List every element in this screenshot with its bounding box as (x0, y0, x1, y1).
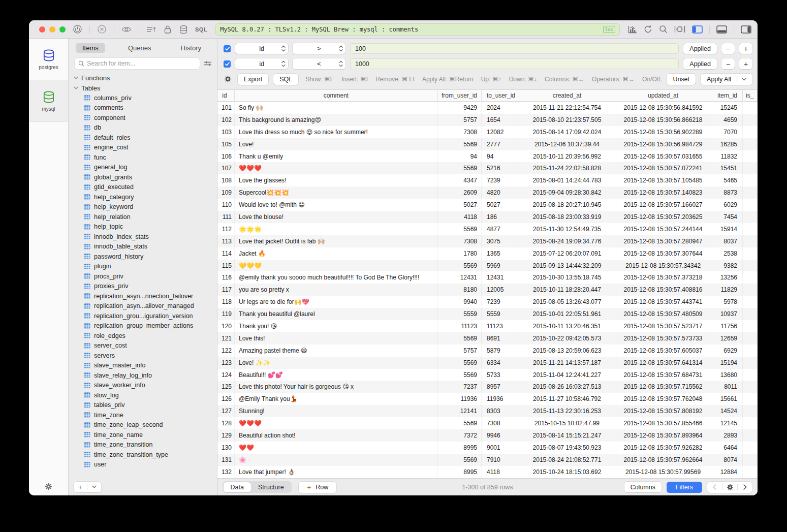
cell-is[interactable] (743, 211, 758, 223)
tree-item-table[interactable]: time_zone_transition_type (69, 450, 217, 460)
cell-from-user-id[interactable]: 5569 (438, 260, 482, 272)
cell-updated-at[interactable]: 2015-12-08 15:30:57.762048 (616, 393, 710, 405)
cell-id[interactable]: 131 (217, 454, 235, 466)
tree-item-table[interactable]: replication_asyn...ailover_managed (69, 301, 217, 311)
cell-is[interactable] (743, 126, 758, 138)
previous-page-button[interactable] (707, 482, 722, 493)
cell-created-at[interactable]: 2015-08-01 14:24:44.783 (518, 174, 616, 186)
cell-to-user-id[interactable]: 7239 (482, 174, 518, 186)
tree-item-table[interactable]: comments (69, 103, 217, 113)
cell-id[interactable]: 108 (217, 174, 235, 186)
cell-comment[interactable]: Stunning! (235, 405, 438, 417)
cell-id[interactable]: 119 (217, 308, 235, 320)
cell-created-at[interactable]: 2015-08-26 16:03:27.513 (518, 381, 616, 393)
cell-from-user-id[interactable]: 8995 (438, 442, 482, 454)
cell-to-user-id[interactable]: 2024 (482, 102, 518, 114)
cell-updated-at[interactable]: 2015-12-08 15:30:56.984729 (616, 138, 710, 150)
cell-updated-at[interactable]: 2015-12-08 15:30:57.641314 (616, 357, 710, 369)
search-input[interactable] (87, 60, 196, 67)
cell-updated-at[interactable]: 2015-12-08 15:30:56.866218 (616, 114, 710, 126)
close-window-button[interactable] (39, 26, 45, 33)
tree-item-table[interactable]: gtid_executed (69, 182, 217, 193)
table-row[interactable]: 125 Love this photo! Your hair is gorgeo… (217, 381, 758, 393)
cell-updated-at[interactable]: 2015-12-08 15:30:57.307644 (616, 247, 710, 260)
cell-item-id[interactable]: 2538 (710, 247, 743, 260)
tree-item-table[interactable]: time_zone (69, 410, 217, 420)
cell-updated-at[interactable]: 2015-12-08 15:30:57.855466 (616, 417, 710, 429)
search-icon[interactable] (659, 25, 668, 34)
cell-comment[interactable]: Love that jacket! Outfit is fab 🙌🏼 (235, 235, 438, 247)
tab-data[interactable]: Data (224, 482, 251, 492)
column-header[interactable]: created_at (518, 90, 616, 101)
disconnect-icon[interactable] (97, 24, 107, 34)
cell-from-user-id[interactable]: 12431 (438, 271, 482, 284)
cell-updated-at[interactable]: 2015-12-08 15:30:57.605037 (616, 345, 710, 357)
cell-updated-at[interactable]: 2015-12-08 15:30:57.573733 (616, 332, 710, 345)
cell-item-id[interactable]: 4659 (710, 114, 743, 126)
tree-item-table[interactable]: slave_master_info (69, 361, 217, 371)
cell-item-id[interactable]: 8873 (710, 186, 743, 199)
cell-updated-at[interactable]: 2015-12-08 15:30:57.684731 (616, 369, 710, 381)
cell-created-at[interactable]: 2015-10-15 10:02:47.99 (518, 417, 616, 429)
cell-item-id[interactable]: 15914 (710, 223, 743, 235)
filter-sliders-icon[interactable] (204, 60, 212, 67)
tab-structure[interactable]: Structure (251, 482, 291, 492)
cell-comment[interactable]: Amazing pastel theme 😁 (235, 345, 438, 357)
cell-id[interactable]: 116 (217, 271, 235, 284)
tree-group-tables[interactable]: Tables (69, 83, 217, 93)
cell-is[interactable] (743, 199, 758, 211)
tree-item-table[interactable]: help_relation (69, 212, 217, 222)
table-row[interactable]: 101 So fly 🙌🏼 9429 2024 2015-11-21 22:12… (217, 102, 758, 114)
cell-id[interactable]: 107 (217, 162, 235, 174)
tree-item-table[interactable]: innodb_table_stats (69, 242, 217, 252)
filter-applied-button[interactable]: Applied (683, 58, 717, 69)
cell-id[interactable]: 101 (217, 102, 235, 114)
column-header[interactable]: id (217, 90, 235, 101)
toggle-right-panel-icon[interactable] (741, 25, 751, 34)
cell-id[interactable]: 130 (217, 442, 235, 454)
sql-button[interactable]: SQL (273, 74, 298, 85)
add-row-button[interactable]: + Row (299, 482, 336, 493)
cell-created-at[interactable]: 2015-10-24 18:15:03.692 (518, 466, 616, 478)
cell-created-at[interactable]: 2015-11-27 10:58:46.792 (518, 393, 616, 405)
cell-is[interactable] (743, 223, 758, 235)
cell-to-user-id[interactable]: 4118 (482, 466, 518, 478)
cell-is[interactable] (743, 114, 758, 126)
cell-created-at[interactable]: 2015-11-30 12:54:49.735 (518, 223, 616, 235)
tree-item-table[interactable]: replication_group_member_actions (69, 321, 217, 331)
column-header[interactable]: item_id (710, 90, 743, 101)
cell-to-user-id[interactable]: 5879 (482, 345, 518, 357)
cell-is[interactable] (743, 296, 758, 308)
tree-item-table[interactable]: proxies_priv (69, 281, 217, 292)
table-row[interactable]: 111 Love the blouse! 4118 186 2015-08-18… (217, 211, 758, 223)
cell-created-at[interactable]: 2015-10-11 20:39:56.992 (518, 150, 616, 163)
cell-item-id[interactable]: 9382 (710, 260, 743, 272)
cell-item-id[interactable]: 5978 (710, 296, 743, 308)
cell-from-user-id[interactable]: 9940 (438, 296, 482, 308)
cell-from-user-id[interactable]: 4347 (438, 174, 482, 186)
cell-created-at[interactable]: 2015-10-01 22:05:51.961 (518, 308, 616, 320)
cell-item-id[interactable]: 15661 (710, 393, 743, 405)
cell-updated-at[interactable]: 2015-12-08 15:30:57.715562 (616, 381, 710, 393)
filter-operator-select[interactable]: < (293, 58, 345, 69)
cell-comment[interactable]: Love the glasses! (235, 174, 438, 186)
cell-from-user-id[interactable]: 4118 (438, 211, 482, 223)
tree-group-functions[interactable]: Functions (69, 73, 217, 83)
table-row[interactable]: 105 Love! 5569 2777 2015-12-06 10:37:39.… (217, 138, 758, 150)
table-row[interactable]: 109 Supercool💥💥💥 2609 4820 2015-09-04 09… (217, 186, 758, 199)
cell-created-at[interactable]: 2015-08-24 21:08:52.771 (518, 454, 616, 466)
filter-add-button[interactable]: + (739, 58, 752, 69)
table-row[interactable]: 123 Love! ✨✨ 5569 6334 2015-11-21 14:13:… (217, 357, 758, 369)
cell-id[interactable]: 125 (217, 381, 235, 393)
cell-comment[interactable]: 🌸 (235, 454, 438, 466)
cell-comment[interactable]: Thank you! 😘 (235, 320, 438, 332)
cell-updated-at[interactable]: 2015-12-08 15:30:57.166027 (616, 199, 710, 211)
cell-item-id[interactable]: 11756 (710, 320, 743, 332)
tree-item-table[interactable]: db (69, 123, 217, 133)
cell-updated-at[interactable]: 2015-12-08 15:30:57.244144 (616, 223, 710, 235)
cell-item-id[interactable]: 2893 (710, 429, 743, 442)
cell-is[interactable] (743, 357, 758, 369)
table-row[interactable]: 119 Thank you beautiful @laurel 5559 555… (217, 308, 758, 320)
cell-item-id[interactable]: 15451 (710, 162, 743, 174)
filter-remove-button[interactable]: − (721, 58, 735, 69)
